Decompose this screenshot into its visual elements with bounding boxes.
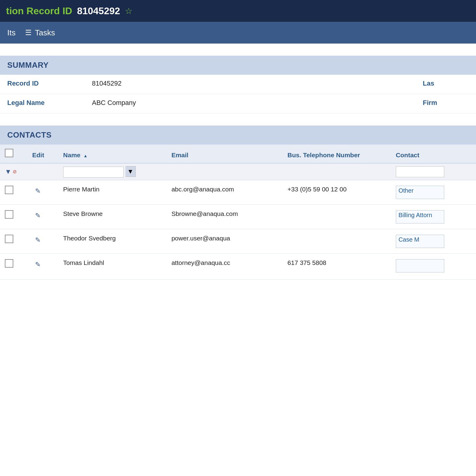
record-id-value: 81045292 — [77, 5, 120, 17]
name-filter-input[interactable] — [63, 167, 124, 178]
filter-remove-icon[interactable]: ⊘ — [13, 169, 17, 174]
spacer — [0, 44, 476, 56]
col-header-phone: Bus. Telephone Number — [283, 145, 391, 163]
col-header-edit: Edit — [28, 145, 58, 163]
filter-funnel-icon[interactable]: ▼ — [5, 168, 11, 176]
filter-cell-checkbox: ▼ ⊘ — [0, 163, 28, 180]
row-email-cell: attorney@anaqua.cc — [167, 253, 283, 279]
filter-cell-edit — [28, 163, 58, 180]
row-checkbox-cell — [0, 229, 28, 253]
table-row: ✎ Theodor Svedberg power.user@anaqua Cas… — [0, 229, 476, 253]
edit-icon[interactable]: ✎ — [32, 210, 43, 221]
row-phone-cell: +33 (0)5 59 00 12 00 — [283, 180, 391, 204]
col-header-email: Email — [167, 145, 283, 163]
row-checkbox[interactable] — [5, 186, 13, 194]
row-phone-cell: 617 375 5808 — [283, 253, 391, 279]
firm-label: Firm — [416, 94, 476, 113]
summary-header: SUMMARY — [0, 56, 476, 75]
contacts-filter-row: ▼ ⊘ ▼ — [0, 163, 476, 180]
edit-icon[interactable]: ✎ — [32, 186, 43, 197]
row-checkbox-cell — [0, 204, 28, 229]
section-spacer — [0, 113, 476, 126]
col-header-checkbox — [0, 145, 28, 163]
contacts-header: CONTACTS — [0, 126, 476, 145]
row-email-cell: power.user@anaqua — [167, 229, 283, 253]
row-edit-cell: ✎ — [28, 180, 58, 204]
row-contact-type-cell — [391, 253, 476, 279]
contact-type-value: Other — [396, 186, 444, 199]
summary-section: SUMMARY Record ID 81045292 Las Legal Nam… — [0, 56, 476, 113]
row-edit-cell: ✎ — [28, 229, 58, 253]
edit-icon[interactable]: ✎ — [32, 235, 43, 246]
summary-row-record-id: Record ID 81045292 Las — [0, 75, 476, 94]
record-id-field-value: 81045292 — [85, 75, 416, 94]
row-edit-cell: ✎ — [28, 253, 58, 279]
contact-type-value: Billing Attorn — [396, 210, 444, 223]
record-label: tion Record ID — [6, 5, 72, 17]
contact-type-value — [396, 259, 444, 272]
contacts-table: Edit Name ▲ Email Bus. Telephone Number … — [0, 145, 476, 280]
name-filter-dropdown-icon[interactable]: ▼ — [126, 166, 136, 177]
filter-cell-contact — [391, 163, 476, 180]
header-checkbox[interactable] — [5, 149, 13, 157]
row-email-cell: abc.org@anaqua.com — [167, 180, 283, 204]
summary-row-legal-name: Legal Name ABC Company Firm — [0, 94, 476, 113]
row-checkbox[interactable] — [5, 235, 13, 243]
col-header-name: Name ▲ — [58, 145, 167, 163]
row-checkbox[interactable] — [5, 210, 13, 219]
table-row: ✎ Pierre Martin abc.org@anaqua.com +33 (… — [0, 180, 476, 204]
contacts-section: CONTACTS Edit Name ▲ Email Bus. Telephon… — [0, 126, 476, 280]
nav-its-label: Its — [7, 28, 15, 37]
col-header-contact-type: Contact — [391, 145, 476, 163]
row-edit-cell: ✎ — [28, 204, 58, 229]
row-checkbox-cell — [0, 180, 28, 204]
summary-fields: Record ID 81045292 Las Legal Name ABC Co… — [0, 75, 476, 113]
row-checkbox-cell — [0, 253, 28, 279]
filter-icon-group: ▼ ⊘ — [5, 168, 23, 176]
row-name-cell: Tomas Lindahl — [58, 253, 167, 279]
row-phone-cell — [283, 204, 391, 229]
row-phone-cell — [283, 229, 391, 253]
row-name-cell: Steve Browne — [58, 204, 167, 229]
row-name-cell: Pierre Martin — [58, 180, 167, 204]
row-email-cell: Sbrowne@anaqua.com — [167, 204, 283, 229]
legal-name-label: Legal Name — [0, 94, 85, 113]
table-row: ✎ Steve Browne Sbrowne@anaqua.com Billin… — [0, 204, 476, 229]
table-row: ✎ Tomas Lindahl attorney@anaqua.cc 617 3… — [0, 253, 476, 279]
tasks-icon: ☰ — [25, 28, 32, 37]
contact-filter-input[interactable] — [396, 166, 444, 177]
row-checkbox[interactable] — [5, 259, 13, 268]
favorite-star-icon[interactable]: ☆ — [125, 6, 132, 16]
nav-item-its[interactable]: Its — [7, 28, 15, 37]
row-contact-type-cell: Billing Attorn — [391, 204, 476, 229]
row-contact-type-cell: Other — [391, 180, 476, 204]
record-id-label: Record ID — [0, 75, 85, 94]
name-sort-asc-icon[interactable]: ▲ — [83, 153, 88, 158]
contacts-table-wrap: Edit Name ▲ Email Bus. Telephone Number … — [0, 145, 476, 280]
edit-icon[interactable]: ✎ — [32, 259, 43, 270]
filter-cell-name: ▼ — [58, 163, 167, 180]
legal-name-value: ABC Company — [85, 94, 416, 113]
contacts-header-row: Edit Name ▲ Email Bus. Telephone Number … — [0, 145, 476, 163]
row-name-cell: Theodor Svedberg — [58, 229, 167, 253]
nav-tasks-label: Tasks — [35, 28, 55, 37]
contact-type-value: Case M — [396, 235, 444, 248]
top-header: tion Record ID 81045292 ☆ — [0, 0, 476, 22]
nav-bar: Its ☰ Tasks — [0, 22, 476, 44]
filter-cell-phone — [283, 163, 391, 180]
filter-cell-email — [167, 163, 283, 180]
nav-item-tasks[interactable]: ☰ Tasks — [25, 28, 55, 37]
row-contact-type-cell: Case M — [391, 229, 476, 253]
last-label: Las — [416, 75, 476, 94]
